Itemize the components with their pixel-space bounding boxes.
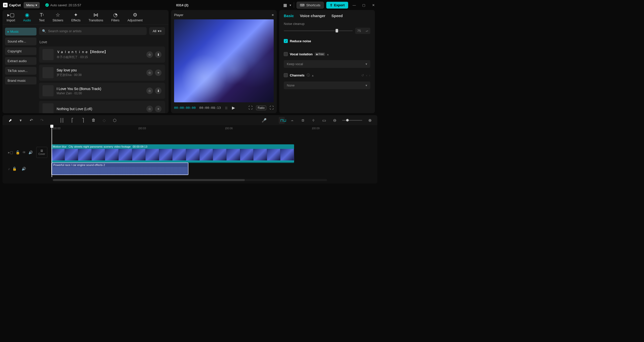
tab-import[interactable]: ▸▢ Import	[3, 12, 19, 24]
chevron-up-icon[interactable]: ▴	[312, 73, 314, 77]
channels-dropdown[interactable]: None ▾	[284, 81, 370, 89]
close-button[interactable]: ✕	[370, 2, 377, 9]
project-title[interactable]: 0314 (2)	[84, 3, 280, 7]
noise-cleanup-slider[interactable]	[284, 30, 353, 31]
sidebar-item-extract-audio[interactable]: Extract audio	[5, 57, 36, 65]
track-toggle-icon[interactable]: ▸▢	[8, 150, 13, 154]
timeline-scrollbar[interactable]	[53, 179, 327, 181]
sidebar-item-sound-effects[interactable]: Sound effe...	[5, 37, 36, 45]
play-button[interactable]: ▶	[232, 105, 235, 110]
track-item[interactable]: Nothing but Love (Lofi) ☆ ＋	[39, 101, 165, 113]
download-button[interactable]: ⬇	[155, 88, 162, 94]
tab-effects[interactable]: ✦ Effects	[67, 12, 84, 24]
chevron-down-icon[interactable]: ▾	[290, 3, 291, 7]
grid-icon[interactable]: ⫼	[224, 106, 228, 110]
channels-row[interactable]: Channels ⓘ ▴ ↺ ‹ ›	[284, 73, 370, 77]
magnet-tool[interactable]: ⊓⊔	[279, 117, 285, 124]
chevron-up-icon[interactable]: ▴	[327, 52, 329, 56]
vocal-isolation-dropdown[interactable]: Keep vocal ▾	[284, 60, 370, 68]
zoom-in-button[interactable]: ⊕	[367, 118, 373, 123]
favorite-button[interactable]: ☆	[146, 51, 153, 58]
speaker-icon[interactable]: 🔊	[28, 150, 33, 154]
player-menu-icon[interactable]: ≡	[272, 13, 274, 17]
trim-left-tool[interactable]: ⎡	[69, 118, 75, 123]
lock-icon[interactable]: 🔓	[12, 167, 17, 171]
track-display-tool[interactable]: ▭	[321, 118, 327, 123]
sidebar-item-music[interactable]: ▸ Music	[5, 28, 36, 35]
tab-filters[interactable]: ◔ Filters	[107, 12, 124, 24]
search-input[interactable]	[48, 29, 144, 33]
export-button[interactable]: ⇧ Export	[326, 2, 348, 9]
stepper-icon[interactable]: ▴▾	[366, 30, 368, 32]
search-box[interactable]: 🔍	[39, 27, 147, 35]
trim-right-tool[interactable]: ⎤	[80, 118, 86, 123]
layout-icon[interactable]: ▦	[283, 3, 287, 8]
menu-button[interactable]: Menu ▾	[24, 2, 40, 8]
redo-button[interactable]: ↷	[39, 118, 45, 123]
video-lane[interactable]: Motion blur City streets night panoramic…	[51, 144, 374, 160]
video-clip[interactable]: Motion blur City streets night panoramic…	[51, 144, 294, 163]
track-item[interactable]: Say love you 罗艺歆Elsa · 00:38 ☆ ＋	[39, 65, 165, 81]
tab-stickers[interactable]: ☆ Stickers	[49, 12, 67, 24]
add-button[interactable]: ＋	[155, 69, 162, 76]
align-tool[interactable]: ⫠	[289, 118, 295, 122]
playhead[interactable]	[52, 125, 52, 177]
download-button[interactable]: ⬇	[155, 51, 162, 58]
tab-audio[interactable]: ◉ Audio	[19, 12, 35, 24]
filter-all-button[interactable]: All ▾≡	[149, 27, 165, 35]
marker-tool[interactable]: ⬡	[112, 118, 118, 123]
inspector-tab-basic[interactable]: Basic	[284, 14, 294, 18]
scrollbar-thumb[interactable]	[53, 179, 245, 181]
sidebar-item-copyright[interactable]: Copyright	[5, 47, 36, 55]
channels-checkbox[interactable]	[284, 73, 288, 77]
reduce-noise-row[interactable]: ✓ Reduce noise	[284, 39, 370, 43]
tab-transitions[interactable]: ⋈ Transitions	[85, 12, 107, 24]
tab-adjustment[interactable]: ⚙ Adjustment	[124, 12, 147, 24]
favorite-button[interactable]: ☆	[146, 69, 153, 76]
reset-icon[interactable]: ↺	[361, 73, 364, 77]
speaker-icon[interactable]: 🔊	[22, 167, 26, 171]
cover-button[interactable]: 🖼 Cover	[36, 147, 47, 158]
lock-icon[interactable]: 🔓	[16, 150, 20, 154]
video-preview[interactable]	[174, 19, 274, 102]
eye-icon[interactable]: 👁	[22, 150, 26, 154]
track-item[interactable]: I Love You So (Bonus Track) Maher Zain ·…	[39, 83, 165, 99]
favorite-button[interactable]: ☆	[146, 106, 153, 112]
next-icon[interactable]: ›	[369, 73, 370, 77]
inspector-tab-voice-changer[interactable]: Voice changer	[300, 14, 325, 18]
audio-lane[interactable]: Powerful race / car engine sound effects…	[51, 162, 374, 175]
minimize-button[interactable]: —	[351, 2, 358, 9]
undo-button[interactable]: ↶	[28, 118, 34, 123]
vocal-isolation-checkbox[interactable]	[284, 52, 288, 56]
mic-icon[interactable]: 🎤	[261, 118, 267, 123]
crop-icon[interactable]: ⛶	[249, 106, 253, 110]
vocal-isolation-row[interactable]: Vocal isolation ◆ Free ▴	[284, 52, 370, 56]
prev-icon[interactable]: ‹	[366, 73, 367, 77]
maximize-button[interactable]: ▢	[360, 2, 367, 9]
link-tool[interactable]: ⧈	[300, 118, 306, 122]
tab-text[interactable]: TI Text	[35, 12, 49, 24]
preview-tool[interactable]: ⎀	[310, 118, 316, 122]
sidebar-item-brand-music[interactable]: Brand music	[5, 77, 36, 84]
sidebar-item-tiktok-sounds[interactable]: TikTok soun...	[5, 67, 36, 75]
fullscreen-icon[interactable]: ⛶	[270, 106, 274, 110]
split-tool[interactable]: ⎮⎮	[59, 118, 65, 123]
add-button[interactable]: ＋	[155, 106, 162, 112]
zoom-slider[interactable]	[342, 120, 362, 121]
shortcuts-button[interactable]: ⌨ Shortcuts	[297, 2, 324, 9]
reduce-noise-checkbox[interactable]: ✓	[284, 39, 288, 43]
tool-5[interactable]: ◇	[101, 118, 107, 123]
timeline-ruler[interactable]: |00:00 |00:03 |00:06 |00:09	[3, 125, 377, 132]
ratio-button[interactable]: Ratio	[256, 106, 266, 110]
delete-tool[interactable]: 🗑	[91, 118, 97, 122]
selection-tool[interactable]: ⬈	[7, 118, 13, 123]
music-note-icon[interactable]: ♪	[8, 167, 10, 171]
noise-cleanup-value[interactable]: 75 ▴▾	[355, 28, 370, 34]
favorite-button[interactable]: ☆	[146, 88, 153, 94]
inspector-tab-speed[interactable]: Speed	[331, 14, 343, 18]
zoom-out-button[interactable]: ⊖	[332, 118, 338, 123]
audio-clip[interactable]: Powerful race / car engine sound effects…	[51, 162, 188, 175]
info-icon[interactable]: ⓘ	[307, 73, 310, 77]
track-item[interactable]: Ｖａｌｅｎｔｉｎｅ【Redone】 幸子小姐拜托了 · 03:15 ☆ ⬇	[39, 47, 165, 63]
selection-dropdown[interactable]: ▾	[18, 118, 24, 123]
